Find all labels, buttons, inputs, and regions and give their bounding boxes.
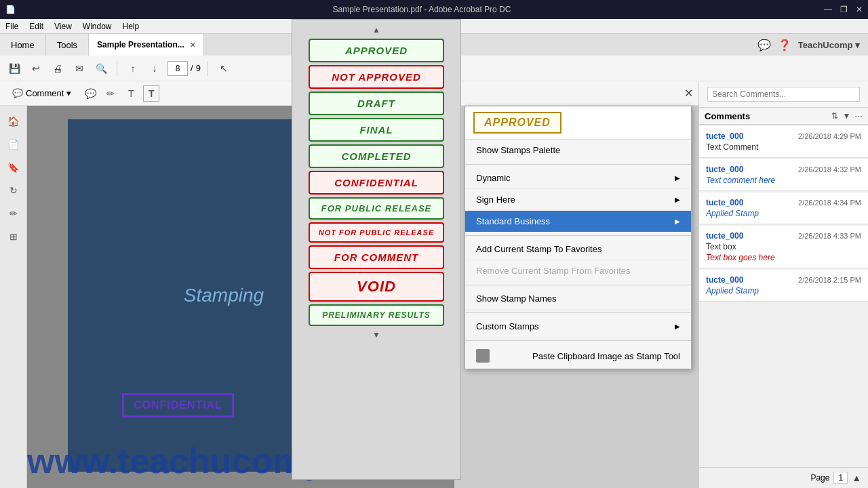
comments-title: Comments	[705, 111, 750, 121]
stamp-forpublicrelease[interactable]: FOR PUBLIC RELEASE	[309, 197, 444, 220]
sidebar-home[interactable]: 🏠	[3, 111, 24, 131]
ctx-standard-business-label: Standard Business	[476, 216, 550, 226]
ctx-show-stamps-palette-label: Show Stamps Palette	[476, 145, 560, 155]
ctx-sign-here[interactable]: Sign Here ▶	[465, 189, 691, 211]
help-icon[interactable]: ❓	[778, 39, 791, 52]
ctx-show-stamp-names-label: Show Stamp Names	[476, 293, 557, 304]
account-label[interactable]: TeachUcomp ▾	[798, 40, 860, 50]
comment-date-1: 2/26/2018 4:29 PM	[798, 132, 861, 140]
highlight-icon[interactable]: ✏	[102, 85, 119, 102]
ctx-dynamic-arrow: ▶	[675, 174, 680, 182]
stamp-forcomment[interactable]: FOR COMMENT	[309, 245, 444, 269]
comment-tool-icon[interactable]: 💬	[82, 85, 98, 102]
tab-home-label: Home	[11, 40, 35, 50]
scroll-down-button[interactable]: ▼	[371, 329, 382, 341]
tab-tools[interactable]: Tools	[46, 34, 89, 56]
sidebar-pen[interactable]: ✏	[3, 203, 24, 224]
comment-entry-5: tucte_000 2/26/2018 2:15 PM Applied Stam…	[699, 270, 868, 302]
ctx-separator3	[465, 285, 691, 285]
menu-view[interactable]: View	[54, 22, 72, 31]
ctx-separator5	[465, 340, 691, 341]
comment-label: Comment	[26, 88, 64, 98]
page-number: 1	[833, 472, 848, 484]
comment-user-5: tucte_000	[706, 275, 743, 285]
comments-panel-footer: Page 1 ▲	[699, 467, 868, 488]
applied-stamp: CONFIDENTIAL	[122, 393, 234, 418]
ctx-custom-stamps-arrow: ▶	[675, 323, 680, 330]
cursor-icon[interactable]: ↖	[215, 60, 233, 77]
sidebar-rotate[interactable]: ↻	[3, 180, 24, 201]
textbox-icon[interactable]: T	[143, 85, 159, 102]
comment-dropdown[interactable]: 💬 Comment ▾	[5, 85, 78, 101]
comment-user-4: tucte_000	[706, 231, 743, 241]
next-page-icon[interactable]: ↓	[146, 60, 163, 77]
comments-sort-icon[interactable]: ⇅	[831, 111, 838, 121]
tab-home[interactable]: Home	[0, 34, 46, 56]
ctx-show-stamp-names[interactable]: Show Stamp Names	[465, 288, 691, 310]
email-icon[interactable]: ✉	[71, 60, 88, 77]
sidebar-bookmark[interactable]: 🔖	[3, 157, 24, 178]
rightbar-close-button[interactable]: ✕	[684, 87, 693, 100]
applied-stamp-text: CONFIDENTIAL	[134, 399, 222, 411]
close-button[interactable]: ✕	[856, 5, 863, 14]
stamp-notforpublicrelease[interactable]: NOT FOR PUBLIC RELEASE	[309, 222, 444, 243]
left-sidebar: 🏠 📄 🔖 ↻ ✏ ⊞	[0, 106, 27, 488]
ctx-paste-clipboard[interactable]: Paste Clipboard Image as Stamp Tool	[465, 344, 691, 369]
tab-document[interactable]: Sample Presentation... ✕	[89, 34, 204, 56]
separator2	[208, 61, 208, 76]
titlebar: 📄 Sample Presentation.pdf - Adobe Acroba…	[0, 0, 868, 19]
comments-panel-header	[699, 81, 868, 108]
stamp-approved[interactable]: APPROVED	[309, 39, 444, 62]
comment-date-4: 2/26/2018 4:33 PM	[798, 232, 861, 240]
search-icon[interactable]: 🔍	[92, 60, 110, 77]
save-icon[interactable]: 💾	[5, 60, 23, 77]
stamp-confidential[interactable]: CONFIDENTIAL	[309, 171, 444, 195]
sidebar-layers[interactable]: ⊞	[3, 226, 24, 247]
ctx-standard-business[interactable]: Standard Business ▶	[465, 211, 691, 232]
ctx-show-stamps-palette[interactable]: Show Stamps Palette	[465, 140, 691, 161]
text-icon[interactable]: T	[123, 85, 139, 102]
stamp-completed[interactable]: COMPLETED	[309, 144, 444, 168]
stamp-notapproved[interactable]: NOT APPROVED	[309, 65, 444, 89]
undo-icon[interactable]: ↩	[27, 60, 45, 77]
prev-page-icon[interactable]: ↑	[124, 60, 142, 77]
ctx-dynamic[interactable]: Dynamic ▶	[465, 167, 691, 189]
minimize-button[interactable]: —	[824, 5, 832, 14]
comment-entry-3: tucte_000 2/26/2018 4:34 PM Applied Stam…	[699, 192, 868, 224]
restore-button[interactable]: ❐	[840, 5, 848, 14]
comment-text-3: Applied Stamp	[706, 209, 861, 218]
comment-text-2: Text comment here	[706, 176, 861, 185]
ctx-separator4	[465, 312, 691, 313]
stamp-draft[interactable]: DRAFT	[309, 92, 444, 115]
chat-icon[interactable]: 💬	[757, 39, 771, 52]
page-up-icon[interactable]: ▲	[852, 472, 861, 483]
scroll-up-button[interactable]: ▲	[371, 24, 382, 36]
menu-file[interactable]: File	[5, 22, 18, 31]
comments-panel: Comments ⇅ ▼ ··· tucte_000 2/26/2018 4:2…	[698, 81, 868, 488]
search-comments-input[interactable]	[707, 87, 860, 102]
ctx-separator2	[465, 235, 691, 236]
sidebar-page-thumbnail[interactable]: 📄	[3, 134, 24, 155]
stamp-panel: ▲ APPROVED NOT APPROVED DRAFT FINAL COMP…	[292, 19, 461, 480]
page-input[interactable]: 8	[167, 61, 188, 76]
page-content-text: Stamping	[184, 285, 264, 306]
ctx-custom-stamps-label: Custom Stamps	[476, 321, 538, 331]
ctx-sign-here-arrow: ▶	[675, 196, 680, 203]
stamp-final[interactable]: FINAL	[309, 118, 444, 142]
ctx-paste-clipboard-label: Paste Clipboard Image as Stamp Tool	[532, 351, 680, 361]
comment-entry-4: tucte_000 2/26/2018 4:33 PM Text box Tex…	[699, 226, 868, 268]
print-icon[interactable]: 🖨	[49, 60, 66, 77]
stamp-void[interactable]: VOID	[309, 272, 444, 302]
tab-close-button[interactable]: ✕	[190, 41, 195, 49]
comments-more-icon[interactable]: ···	[854, 110, 863, 121]
menu-edit[interactable]: Edit	[29, 22, 43, 31]
menu-help[interactable]: Help	[123, 22, 140, 31]
ctx-custom-stamps[interactable]: Custom Stamps ▶	[465, 316, 691, 338]
menu-window[interactable]: Window	[83, 22, 112, 31]
ctx-separator1	[465, 164, 691, 165]
stamp-preliminary[interactable]: PRELIMINARY RESULTS	[309, 304, 444, 326]
ctx-add-favorites[interactable]: Add Current Stamp To Favorites	[465, 239, 691, 260]
comment-user-2: tucte_000	[706, 165, 743, 174]
comments-filter-icon[interactable]: ▼	[842, 111, 850, 121]
comment-date-5: 2/26/2018 2:15 PM	[798, 276, 861, 284]
